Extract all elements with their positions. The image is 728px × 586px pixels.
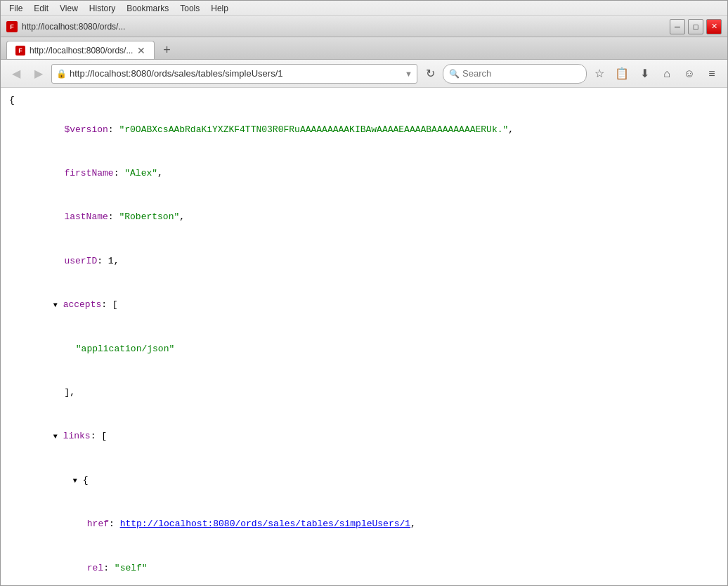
bookmark-button[interactable]: ☆	[590, 64, 609, 84]
userid-line: userID: 1,	[9, 240, 719, 283]
link1-rel-line: rel: "self"	[9, 547, 719, 585]
lastname-value: "Robertson"	[119, 211, 179, 222]
link1-open-line: ▼ {	[9, 459, 719, 502]
title-bar: F http://localhost:8080/ords/... ─ □ ✕	[1, 16, 727, 37]
reader-mode-button[interactable]: 📋	[612, 64, 632, 84]
version-value: "r0OABXcsAAbRdaKiYXZKF4TTN03R0FRuAAAAAAA…	[119, 124, 508, 135]
maximize-button[interactable]: □	[688, 19, 703, 34]
url-bar: 🔒 ▼	[51, 64, 417, 84]
lastname-key: lastName	[53, 211, 108, 222]
lastname-line: lastName: "Robertson",	[9, 196, 719, 240]
window-favicon: F	[6, 21, 18, 32]
link1-collapse-triangle[interactable]: ▼	[65, 477, 77, 485]
active-tab[interactable]: F http://localhost:8080/ords/... ✕	[6, 41, 155, 59]
menu-tools[interactable]: Tools	[174, 1, 205, 15]
menu-bar: File Edit View History Bookmarks Tools H…	[1, 1, 727, 16]
forward-button[interactable]: ▶	[29, 64, 48, 84]
minimize-button[interactable]: ─	[670, 19, 685, 34]
link1-href-value[interactable]: http://localhost:8080/ords/sales/tables/…	[120, 519, 410, 529]
page-content: { $version: "r0OABXcsAAbRdaKiYXZKF4TTN03…	[1, 88, 727, 585]
firstname-value: "Alex"	[124, 168, 157, 178]
link1-href-key: href	[87, 519, 109, 529]
tab-bar: F http://localhost:8080/ords/... ✕ +	[1, 37, 727, 60]
firstname-line: firstName: "Alex",	[9, 152, 719, 195]
firstname-key: firstName	[53, 168, 114, 178]
link1-rel-key: rel	[87, 563, 103, 573]
accepts-key: accepts	[58, 299, 101, 310]
links-key: links	[58, 431, 91, 441]
refresh-button[interactable]: ↻	[420, 64, 440, 84]
menu-button[interactable]: ≡	[702, 64, 722, 84]
version-key: $version	[53, 124, 108, 135]
close-button[interactable]: ✕	[706, 19, 722, 34]
menu-history[interactable]: History	[84, 1, 121, 15]
url-input[interactable]	[70, 68, 402, 79]
link1-rel-value: "self"	[115, 563, 148, 573]
version-line: $version: "r0OABXcsAAbRdaKiYXZKF4TTN03R0…	[9, 108, 719, 152]
profile-button[interactable]: ☺	[680, 64, 699, 84]
window-title: http://localhost:8080/ords/...	[22, 22, 670, 32]
nav-bar: ◀ ▶ 🔒 ▼ ↻ 🔍 ☆ 📋 ⬇ ⌂ ☺ ≡	[1, 60, 727, 88]
menu-file[interactable]: File	[4, 1, 28, 15]
link1-href-line: href: http://localhost:8080/ords/sales/t…	[9, 502, 719, 546]
userid-value: 1	[108, 256, 114, 266]
search-bar: 🔍	[443, 64, 587, 84]
home-button[interactable]: ⌂	[657, 64, 677, 84]
search-input[interactable]	[462, 68, 580, 79]
tab-title: http://localhost:8080/ords/...	[30, 46, 133, 56]
window-controls: ─ □ ✕	[670, 19, 722, 34]
browser-window: File Edit View History Bookmarks Tools H…	[0, 0, 728, 586]
download-button[interactable]: ⬇	[635, 64, 654, 84]
menu-bookmarks[interactable]: Bookmarks	[121, 1, 174, 15]
tab-close-button[interactable]: ✕	[137, 45, 145, 56]
tab-favicon: F	[15, 46, 25, 56]
accepts-close-line: ],	[9, 371, 719, 415]
new-tab-button[interactable]: +	[157, 41, 176, 59]
accepts-value: "application/json"	[76, 344, 174, 354]
menu-view[interactable]: View	[54, 1, 84, 15]
menu-edit[interactable]: Edit	[28, 1, 54, 15]
url-dropdown-icon[interactable]: ▼	[405, 70, 412, 78]
search-icon: 🔍	[449, 69, 460, 79]
links-line: ▼ links: [	[9, 415, 719, 459]
accepts-line: ▼ accepts: [	[9, 283, 719, 327]
back-button[interactable]: ◀	[6, 64, 26, 84]
userid-key: userID	[53, 256, 97, 266]
json-open-brace: {	[9, 93, 719, 108]
lock-icon: 🔒	[56, 69, 67, 79]
menu-help[interactable]: Help	[205, 1, 234, 15]
accepts-value-line: "application/json"	[9, 327, 719, 371]
